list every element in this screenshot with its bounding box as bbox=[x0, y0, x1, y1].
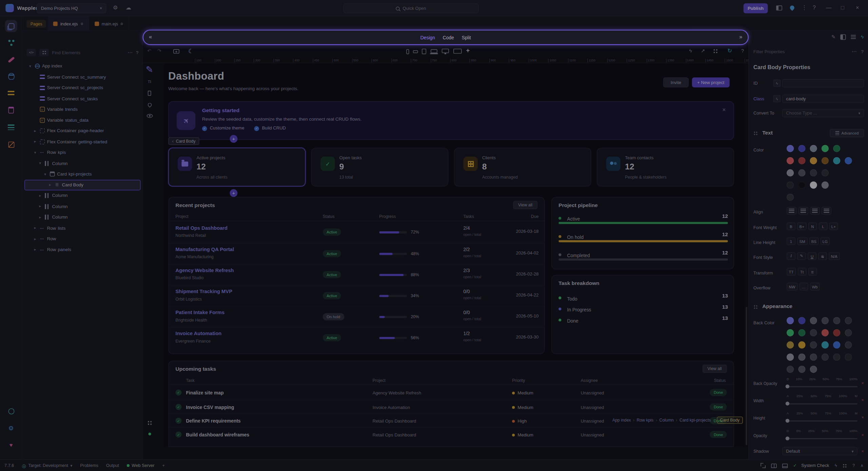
kpi-card-clients[interactable]: Clients 8 Accounts managed bbox=[454, 148, 591, 186]
components-grid-icon[interactable] bbox=[39, 49, 49, 57]
breadcrumb-item[interactable]: Column bbox=[659, 417, 674, 423]
project-row[interactable]: Manufacturing QA Portal Acme Manufacturi… bbox=[169, 243, 545, 264]
project-name-link[interactable]: Agency Website Refresh bbox=[176, 268, 234, 273]
help-icon[interactable]: ? bbox=[852, 463, 855, 468]
output-button[interactable]: Output bbox=[106, 463, 119, 468]
tree-item-column[interactable]: ▸ Column bbox=[24, 201, 141, 212]
back-color-swatch[interactable] bbox=[787, 329, 794, 336]
split-view-icon[interactable] bbox=[771, 464, 776, 468]
view-design-button[interactable]: Design bbox=[420, 35, 435, 40]
server-actions-icon[interactable] bbox=[5, 87, 17, 100]
more-options-icon[interactable]: ⋯ bbox=[127, 50, 133, 55]
clear-icon[interactable]: × bbox=[861, 398, 864, 403]
back-color-swatch[interactable] bbox=[845, 341, 852, 348]
slider-knob[interactable] bbox=[786, 419, 789, 423]
responsive-resize-icon[interactable]: + bbox=[466, 47, 470, 54]
community-icon[interactable]: ♥ bbox=[5, 439, 17, 451]
back-color-swatch[interactable] bbox=[822, 341, 829, 348]
cloud-sync-icon[interactable]: ☁ bbox=[126, 4, 131, 11]
tab-main-ejs[interactable]: main.ejs bbox=[89, 17, 129, 31]
breadcrumb-current[interactable]: Card Body bbox=[717, 416, 743, 424]
text-color-swatch[interactable] bbox=[810, 145, 817, 152]
edit-pencil-icon[interactable]: ✎ bbox=[145, 65, 154, 74]
slider-knob[interactable] bbox=[786, 402, 789, 405]
project-row[interactable]: Agency Website Refresh Bluebird Studio A… bbox=[169, 264, 545, 285]
project-row[interactable]: Shipment Tracking MVP Orbit Logistics Ac… bbox=[169, 285, 545, 306]
back-color-swatch[interactable] bbox=[798, 329, 805, 336]
project-row[interactable]: Invoice Automation Evergreen Finance Act… bbox=[169, 327, 545, 348]
settings-sliders-icon[interactable] bbox=[851, 35, 856, 39]
drag-handle-icon[interactable] bbox=[753, 305, 758, 309]
chevron-down-icon[interactable]: ▾ bbox=[28, 64, 32, 68]
tree-item-column[interactable]: ▾ Column bbox=[24, 158, 141, 169]
back-color-swatch[interactable] bbox=[810, 366, 817, 373]
line-height-lg[interactable]: LG bbox=[820, 237, 830, 245]
view-code-button[interactable]: Code bbox=[443, 35, 454, 40]
clear-icon[interactable]: × bbox=[861, 381, 864, 386]
chevron-right-icon[interactable]: ▸ bbox=[33, 129, 37, 133]
align-right-icon[interactable] bbox=[810, 207, 820, 215]
task-row[interactable]: ✓ Finalize site map Agency Website Refre… bbox=[169, 386, 735, 400]
font-weight-b[interactable]: B bbox=[787, 222, 795, 230]
tab-index-ejs[interactable]: index.ejs bbox=[47, 17, 89, 31]
back-color-swatch[interactable] bbox=[798, 366, 805, 373]
help-icon[interactable]: ? bbox=[861, 49, 864, 54]
clear-icon[interactable]: × bbox=[861, 415, 864, 420]
text-color-swatch[interactable] bbox=[810, 182, 817, 189]
text-color-swatch[interactable] bbox=[798, 169, 805, 177]
tree-item-row[interactable]: ▸ Row bbox=[24, 233, 141, 244]
settings-icon[interactable]: ⚙ bbox=[5, 422, 17, 434]
chevron-down-icon[interactable]: ▾ bbox=[43, 172, 47, 176]
chevron-right-icon[interactable]: ▸ bbox=[33, 226, 37, 230]
close-icon[interactable]: × bbox=[722, 106, 726, 113]
chevron-right-icon[interactable]: ▸ bbox=[38, 193, 42, 198]
back-color-swatch[interactable] bbox=[787, 317, 794, 324]
text-color-swatch[interactable] bbox=[798, 145, 805, 152]
tree-item-kpis[interactable]: ▾ Rowkpis bbox=[24, 147, 141, 158]
overflow-ellipsis[interactable]: … bbox=[799, 283, 808, 290]
back-color-swatch[interactable] bbox=[833, 353, 840, 361]
packages-icon[interactable] bbox=[5, 138, 17, 150]
chevron-down-icon[interactable]: ▾ bbox=[38, 161, 42, 166]
edit-pencil-icon[interactable]: ✎ bbox=[797, 252, 806, 260]
line-height-bs[interactable]: BS bbox=[809, 237, 818, 245]
undo-icon[interactable]: ↶ bbox=[147, 47, 151, 54]
font-weight-l[interactable]: L+ bbox=[829, 222, 838, 230]
slider-track[interactable] bbox=[787, 403, 857, 404]
tree-item-page-header[interactable]: ▸ Flex Containerpage-header bbox=[24, 126, 141, 137]
back-color-swatch[interactable] bbox=[833, 317, 840, 324]
align-justify-icon[interactable] bbox=[822, 207, 831, 215]
more-options-icon[interactable]: ⋯ bbox=[852, 49, 857, 54]
project-name-link[interactable]: Invoice Automation bbox=[176, 331, 222, 336]
filter-properties-input[interactable]: Filter Properties bbox=[753, 49, 847, 54]
tree-item-kpi-projects[interactable]: ▾ Cardkpi-projects bbox=[24, 169, 141, 180]
back-color-swatch[interactable] bbox=[787, 353, 794, 361]
font-weight-n[interactable]: N bbox=[808, 222, 817, 230]
convert-to-select[interactable]: Choose Type ... ▾ bbox=[782, 109, 864, 117]
theme-panel-icon[interactable] bbox=[841, 34, 846, 40]
breadcrumb-item[interactable]: App index bbox=[612, 417, 631, 423]
view-all-button[interactable]: View all bbox=[703, 365, 727, 373]
shadow-select[interactable]: Default ▾ bbox=[782, 447, 857, 455]
text-color-swatch[interactable] bbox=[798, 157, 805, 164]
align-center-icon[interactable] bbox=[798, 207, 808, 215]
text-color-swatch[interactable] bbox=[787, 193, 794, 201]
flash-icon[interactable]: ϟ bbox=[689, 47, 692, 54]
tree-item-sc-summary[interactable]: Server Connectsc_summary bbox=[24, 71, 141, 82]
class-input[interactable]: card-body bbox=[782, 95, 864, 103]
phone-icon[interactable] bbox=[406, 49, 409, 54]
tree-item-lists[interactable]: ▸ Rowlists bbox=[24, 223, 141, 233]
content-manager-icon[interactable] bbox=[5, 104, 17, 116]
collapse-left-icon[interactable]: « bbox=[149, 34, 152, 40]
new-project-button[interactable]: + New project bbox=[692, 78, 730, 87]
text-color-swatch[interactable] bbox=[798, 182, 805, 189]
vertical-scrollbar[interactable] bbox=[745, 64, 748, 447]
text-color-swatch[interactable] bbox=[787, 157, 794, 164]
font-style-na-button[interactable]: N/A bbox=[829, 252, 840, 260]
back-color-swatch[interactable] bbox=[798, 353, 805, 361]
close-button[interactable]: × bbox=[856, 4, 859, 11]
tree-item-column[interactable]: ▸ Column bbox=[24, 190, 141, 201]
transform-tt[interactable]: Tt bbox=[797, 268, 806, 275]
flash-icon[interactable]: ϟ bbox=[861, 34, 864, 40]
dynamic-data-icon[interactable]: ϟ bbox=[773, 80, 781, 87]
